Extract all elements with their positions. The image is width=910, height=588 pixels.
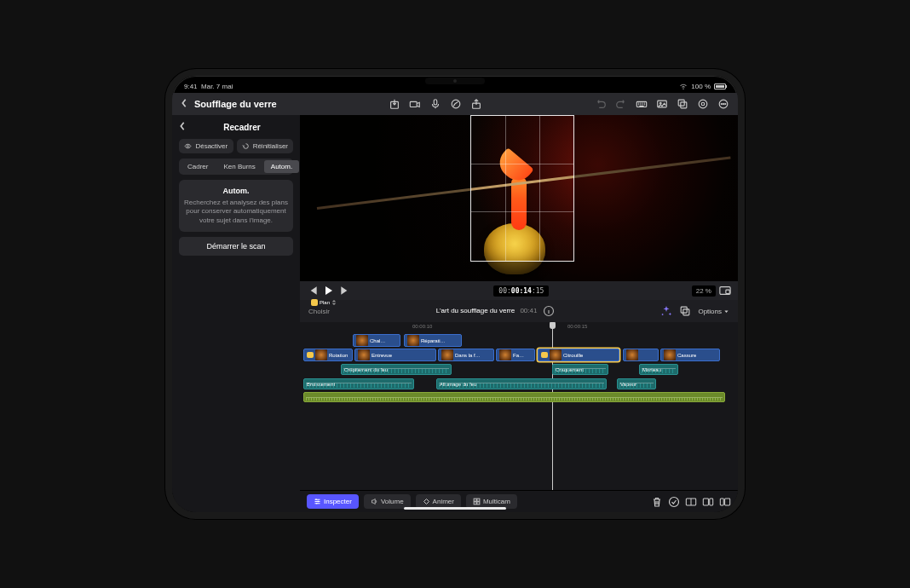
- svg-rect-1: [411, 101, 418, 107]
- tc-hours: 00:: [498, 287, 510, 295]
- reset-button[interactable]: Réinitialiser: [237, 139, 293, 153]
- inspector-title: Recadrer: [191, 123, 293, 132]
- chevron-updown-icon: [331, 300, 337, 305]
- svg-point-7: [659, 102, 661, 104]
- more-icon[interactable]: [717, 98, 729, 110]
- disable-button[interactable]: Désactiver: [179, 139, 233, 153]
- top-toolbar: Soufflage du verre: [172, 93, 738, 115]
- audio-clip[interactable]: Marteau: [639, 364, 678, 375]
- camera-icon[interactable]: [409, 98, 421, 110]
- effects-icon[interactable]: [450, 98, 462, 110]
- seg-kenburns[interactable]: Ken Burns: [216, 160, 262, 173]
- keyboard-icon[interactable]: [636, 98, 648, 110]
- svg-point-10: [699, 100, 707, 108]
- tools-icon[interactable]: [679, 305, 691, 317]
- main-area: 00:00:14:15 22 % Choisir Plan: [300, 115, 738, 512]
- video-track[interactable]: Rotation Entrevue Dans la f… Fa… Citroui…: [303, 349, 734, 361]
- svg-rect-22: [474, 499, 476, 501]
- timecode-display[interactable]: 00:00:14:15: [493, 285, 549, 297]
- music-clip[interactable]: [303, 392, 725, 402]
- chevron-down-icon: [723, 308, 729, 314]
- timeline-ruler[interactable]: 00:00:10 00:00:15: [303, 324, 734, 332]
- svg-rect-30: [720, 499, 723, 505]
- audio-clip[interactable]: Vapeur: [617, 378, 656, 389]
- layout-b-icon[interactable]: [702, 496, 714, 508]
- status-date: Mar. 7 mai: [201, 83, 233, 90]
- scopes-icon[interactable]: [697, 98, 709, 110]
- audio-clip[interactable]: Bruissement: [303, 378, 414, 389]
- audio-clip[interactable]: Craquement: [552, 364, 608, 375]
- audio-track[interactable]: Bruissement Allumage du feu Vapeur: [303, 378, 734, 390]
- speaker-icon: [371, 498, 378, 505]
- ipad-frame: 9:41 Mar. 7 mai 100 % Soufflage du verre: [165, 69, 745, 519]
- svg-point-13: [721, 103, 722, 104]
- music-track[interactable]: [303, 392, 734, 402]
- status-time: 9:41: [184, 83, 198, 90]
- timeline-header: Choisir Plan L'art du soufflage du verre…: [300, 300, 738, 322]
- ruler-mark: 00:00:10: [412, 324, 432, 329]
- video-clip[interactable]: Dans la f…: [438, 349, 494, 361]
- trash-icon[interactable]: [651, 496, 663, 508]
- status-bar: 9:41 Mar. 7 mai 100 %: [184, 81, 726, 91]
- video-clip[interactable]: Entrevue: [354, 349, 436, 361]
- video-clip[interactable]: Rotation: [303, 349, 353, 361]
- viewer[interactable]: [300, 115, 738, 281]
- eye-icon: [184, 142, 192, 150]
- crop-mode-segmented[interactable]: Cadrer Ken Burns Autom.: [179, 159, 293, 175]
- options-button[interactable]: Options: [698, 308, 729, 315]
- svg-rect-18: [726, 290, 729, 293]
- svg-rect-21: [683, 309, 689, 315]
- audio-track[interactable]: Crépitement du feu Craquement Marteau: [303, 363, 734, 376]
- audio-clip[interactable]: Crépitement du feu: [341, 364, 452, 375]
- app-window: Soufflage du verre: [172, 93, 738, 512]
- video-clip[interactable]: Fa…: [496, 349, 535, 361]
- audio-clip[interactable]: Allumage du feu: [436, 378, 607, 389]
- project-duration: 00:41: [520, 307, 537, 314]
- project-name: L'art du soufflage du verre: [436, 307, 515, 314]
- svg-rect-8: [678, 100, 684, 106]
- multicam-label: Multicam: [483, 498, 510, 505]
- crop-rectangle[interactable]: [470, 115, 574, 262]
- home-indicator[interactable]: [404, 507, 506, 510]
- start-scan-button[interactable]: Démarrer le scan: [179, 237, 293, 256]
- battery-percent: 100 %: [691, 83, 711, 90]
- video-clip-selected[interactable]: Citrouille: [538, 349, 619, 361]
- video-clip[interactable]: Cassure: [660, 349, 720, 361]
- viewer-layout-icon[interactable]: [719, 285, 731, 297]
- back-chevron-icon[interactable]: [181, 99, 187, 109]
- svg-rect-29: [710, 499, 713, 505]
- voiceover-mic-icon[interactable]: [429, 98, 441, 110]
- overlay-icon[interactable]: [677, 98, 688, 110]
- share-icon[interactable]: [470, 98, 482, 110]
- svg-rect-31: [725, 499, 730, 505]
- clip-color-dot: [311, 299, 318, 306]
- zoom-percent[interactable]: 22 %: [692, 285, 716, 297]
- svg-point-3: [452, 100, 460, 108]
- video-track[interactable]: Chal… Réparati…: [303, 334, 734, 347]
- import-icon[interactable]: [389, 98, 400, 110]
- svg-point-14: [723, 103, 723, 104]
- playhead[interactable]: [552, 322, 553, 490]
- photo-icon[interactable]: [656, 98, 668, 110]
- redo-icon[interactable]: [615, 98, 627, 110]
- video-clip[interactable]: Réparati…: [404, 334, 462, 347]
- volume-label: Volume: [381, 498, 404, 505]
- video-clip[interactable]: [623, 349, 659, 361]
- svg-rect-9: [681, 102, 687, 108]
- video-clip[interactable]: Chal…: [353, 334, 400, 347]
- ai-icon[interactable]: [660, 305, 672, 317]
- timeline[interactable]: 00:00:10 00:00:15 Chal… Réparati… Rotati…: [300, 322, 738, 490]
- volume-button[interactable]: Volume: [364, 494, 411, 509]
- info-icon[interactable]: [543, 305, 555, 317]
- approve-icon[interactable]: [668, 496, 680, 508]
- svg-rect-25: [477, 502, 480, 504]
- layout-c-icon[interactable]: [719, 496, 731, 508]
- seg-auto[interactable]: Autom.: [264, 160, 299, 173]
- seg-crop[interactable]: Cadrer: [181, 160, 215, 173]
- svg-rect-2: [435, 100, 438, 105]
- next-frame-icon[interactable]: [339, 285, 351, 297]
- clip-name-label: Plan: [320, 300, 330, 305]
- undo-icon[interactable]: [595, 98, 607, 110]
- layout-a-icon[interactable]: [685, 496, 697, 508]
- inspector-back-icon[interactable]: [179, 122, 186, 132]
